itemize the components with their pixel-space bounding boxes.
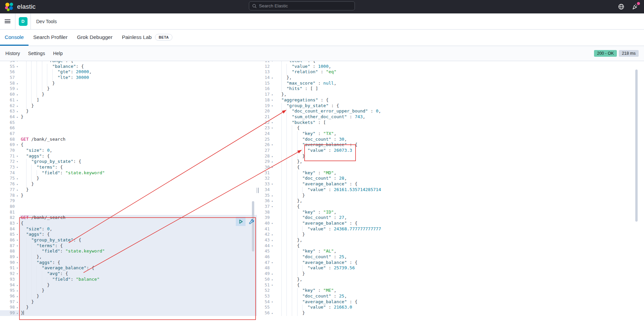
editor-line[interactable]: 76▴} [0, 181, 257, 187]
editor-line[interactable]: 92▾"avg": { [0, 271, 257, 277]
fold-toggle-icon[interactable]: ▾ [270, 181, 275, 187]
editor-panel[interactable]: 54▾"range": {55▾"balance": {56"gte": 200… [0, 61, 257, 322]
editor-line[interactable]: 61▴] [0, 97, 257, 103]
newsfeed-icon[interactable] [632, 3, 639, 10]
menu-toggle-icon[interactable] [0, 13, 15, 29]
fold-toggle-icon[interactable]: ▾ [15, 64, 20, 70]
fold-toggle-icon[interactable]: ▴ [15, 86, 20, 92]
fold-toggle-icon[interactable]: ▴ [270, 153, 275, 159]
fold-toggle-icon[interactable]: ▾ [270, 243, 275, 249]
editor-line[interactable]: 55▾"balance": { [0, 64, 257, 70]
editor-line[interactable]: 85▾"aggs": { [0, 232, 257, 237]
editor-line[interactable]: 88"field": "state.keyword" [0, 248, 257, 254]
editor-line[interactable]: 59▴} [0, 86, 257, 92]
fold-toggle-icon[interactable]: ▾ [15, 165, 20, 170]
fold-toggle-icon[interactable]: ▴ [15, 181, 20, 187]
fold-toggle-icon[interactable]: ▴ [270, 310, 275, 316]
tab-painless-lab[interactable]: Painless LabBETA [117, 30, 177, 46]
menu-settings[interactable]: Settings [28, 51, 45, 56]
editor-line[interactable]: 58▴} [0, 81, 257, 86]
search-input[interactable] [259, 3, 352, 8]
editor-line[interactable]: 60▴} [0, 92, 257, 97]
fold-toggle-icon[interactable]: ▴ [15, 310, 20, 316]
editor-line[interactable]: 80 [0, 204, 257, 210]
editor-line[interactable]: 54▾"range": { [0, 61, 257, 64]
fold-toggle-icon[interactable]: ▴ [270, 271, 275, 277]
editor-line[interactable]: 56"gte": 20000, [0, 69, 257, 75]
fold-toggle-icon[interactable]: ▴ [15, 293, 20, 299]
editor-line[interactable]: 83▾{ [0, 221, 257, 226]
editor-line[interactable]: 75▴} [0, 176, 257, 181]
fold-toggle-icon[interactable]: ▴ [15, 299, 20, 305]
response-scrollbar[interactable] [635, 70, 638, 222]
fold-toggle-icon[interactable]: ▾ [270, 165, 275, 170]
editor-line[interactable]: 96▴} [0, 293, 257, 299]
fold-toggle-icon[interactable]: ▾ [270, 103, 275, 109]
editor-line[interactable]: 89▴}, [0, 254, 257, 260]
fold-toggle-icon[interactable]: ▴ [15, 176, 20, 181]
fold-toggle-icon[interactable]: ▴ [270, 159, 275, 165]
fold-toggle-icon[interactable]: ▾ [15, 153, 20, 159]
fold-toggle-icon[interactable]: ▾ [15, 260, 20, 266]
fold-toggle-icon[interactable]: ▴ [270, 277, 275, 282]
fold-toggle-icon[interactable]: ▴ [15, 103, 20, 109]
editor-line[interactable]: 95▴} [0, 288, 257, 293]
editor-line[interactable]: 63▴} [0, 108, 257, 114]
editor-line[interactable]: 86▾"group_by_state": { [0, 237, 257, 243]
editor-line[interactable]: 64▴} [0, 114, 257, 120]
fold-toggle-icon[interactable]: ▴ [270, 75, 275, 81]
editor-line[interactable]: 90▾"aggs": { [0, 260, 257, 266]
fold-toggle-icon[interactable]: ▾ [270, 120, 275, 126]
editor-scrollbar[interactable] [252, 201, 254, 251]
menu-history[interactable]: History [5, 51, 20, 56]
editor-line[interactable]: 79 [0, 198, 257, 204]
menu-help[interactable]: Help [53, 51, 63, 56]
fold-toggle-icon[interactable]: ▴ [15, 114, 20, 120]
fold-toggle-icon[interactable]: ▾ [15, 237, 20, 243]
send-request-button[interactable] [236, 217, 246, 226]
editor-line[interactable]: 68GET /bank/_search [0, 137, 257, 142]
global-search[interactable] [249, 1, 355, 10]
editor-line[interactable]: 69▾{ [0, 142, 257, 148]
editor-line[interactable]: 97▴} [0, 299, 257, 305]
editor-line[interactable]: 72▾"group_by_state": { [0, 159, 257, 165]
fold-toggle-icon[interactable]: ▾ [15, 61, 20, 64]
fold-toggle-icon[interactable]: ▾ [270, 299, 275, 305]
fold-toggle-icon[interactable]: ▾ [15, 265, 20, 271]
fold-toggle-icon[interactable]: ▴ [15, 187, 20, 193]
editor-line[interactable]: 67 [0, 131, 257, 137]
fold-toggle-icon[interactable]: ▾ [15, 159, 20, 165]
tab-search-profiler[interactable]: Search Profiler [29, 30, 72, 46]
app-badge-wrap[interactable]: D [15, 13, 31, 29]
fold-toggle-icon[interactable]: ▴ [270, 198, 275, 204]
fold-toggle-icon[interactable]: ▾ [270, 221, 275, 226]
fold-toggle-icon[interactable]: ▴ [15, 193, 20, 198]
editor-line[interactable]: 82GET /bank/_search [0, 215, 257, 221]
editor-line[interactable]: 81 [0, 210, 257, 215]
editor-line[interactable]: 77▴} [0, 187, 257, 193]
fold-toggle-icon[interactable]: ▾ [15, 221, 20, 226]
fold-toggle-icon[interactable]: ▴ [15, 81, 20, 86]
editor-line[interactable]: 65 [0, 120, 257, 126]
fold-toggle-icon[interactable]: ▾ [270, 260, 275, 266]
tab-console[interactable]: Console [0, 30, 29, 46]
panel-resize-handle[interactable] [256, 188, 259, 193]
editor-line[interactable]: 71▾"aggs": { [0, 153, 257, 159]
fold-toggle-icon[interactable]: ▾ [15, 142, 20, 148]
help-icon[interactable] [618, 3, 625, 10]
request-options-button[interactable] [247, 217, 256, 226]
fold-toggle-icon[interactable]: ▾ [270, 142, 275, 148]
fold-toggle-icon[interactable]: ▴ [15, 305, 20, 310]
editor-line[interactable]: 91▾"average_balance": { [0, 265, 257, 271]
fold-toggle-icon[interactable]: ▾ [270, 125, 275, 131]
fold-toggle-icon[interactable]: ▾ [270, 282, 275, 288]
elastic-brand[interactable]: elastic [0, 2, 36, 11]
editor-line[interactable]: 93"field": "balance" [0, 277, 257, 282]
editor-line[interactable]: 98▴} [0, 305, 257, 310]
tab-grok-debugger[interactable]: Grok Debugger [72, 30, 117, 46]
editor-line[interactable]: 94▴} [0, 282, 257, 288]
editor-line[interactable]: 99▴} [0, 310, 257, 316]
fold-toggle-icon[interactable]: ▴ [15, 282, 20, 288]
fold-toggle-icon[interactable]: ▴ [270, 232, 275, 237]
editor-line[interactable]: 73▾"terms": { [0, 165, 257, 170]
